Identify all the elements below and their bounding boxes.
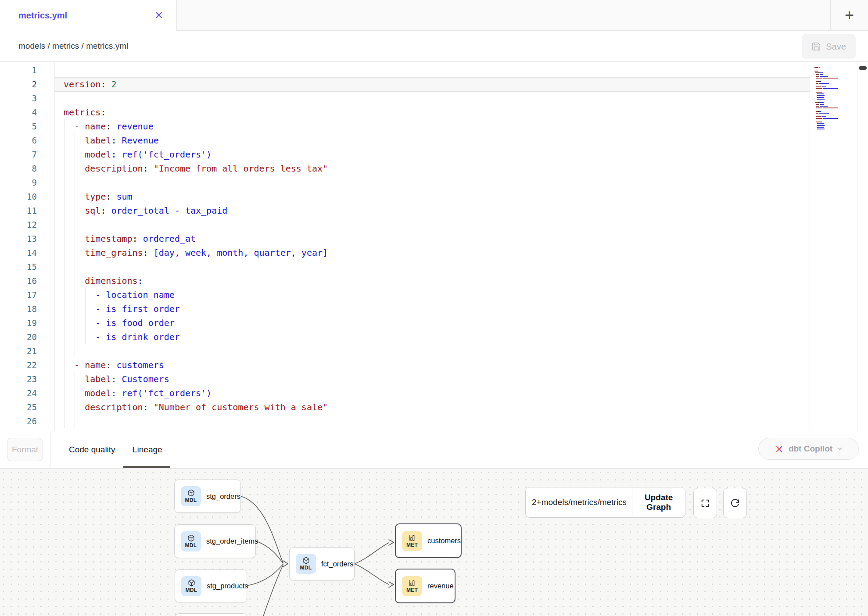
indent-guide	[64, 133, 65, 147]
indent-guide	[75, 414, 75, 428]
code-line[interactable]	[0, 218, 810, 232]
code-lines[interactable]: version: 2metrics: - name: revenue label…	[0, 63, 810, 428]
dbt-copilot-label: dbt Copilot	[789, 444, 832, 454]
tab-bar: metrics.yml ✕ +	[0, 0, 868, 31]
indent-guide	[75, 218, 75, 232]
badge-label: MDL	[300, 565, 312, 571]
lineage-node-stg-orders[interactable]: MDL stg_orders	[174, 480, 241, 513]
chevron-down-icon	[837, 446, 843, 452]
new-tab-button[interactable]: +	[830, 0, 868, 31]
code-line[interactable]: description: "Number of customers with a…	[0, 400, 810, 414]
fullscreen-button[interactable]	[693, 488, 717, 518]
node-label: stg_products	[207, 582, 248, 590]
indent-guide	[75, 288, 75, 302]
code-line[interactable]: metrics:	[0, 105, 810, 119]
indent-guide	[85, 316, 86, 330]
indent-guide	[85, 302, 86, 316]
refresh-icon	[730, 498, 740, 508]
refresh-button[interactable]	[723, 488, 747, 518]
indent-guide	[85, 330, 86, 344]
save-button[interactable]: Save	[802, 34, 856, 59]
model-badge: MDL	[181, 576, 201, 596]
minimap[interactable]	[810, 62, 857, 431]
indent-guide	[75, 330, 75, 344]
model-badge: MDL	[296, 554, 316, 574]
code-line[interactable]: version: 2	[0, 77, 810, 91]
indent-guide	[75, 316, 75, 330]
lineage-node-revenue[interactable]: MET revenue	[395, 569, 456, 603]
tab-lineage[interactable]: Lineage	[133, 431, 162, 468]
model-badge: MDL	[181, 531, 201, 552]
indent-guide	[64, 400, 65, 414]
code-line[interactable]: - is_food_order	[0, 316, 810, 330]
indent-guide	[64, 147, 65, 161]
code-line[interactable]: - location_name	[0, 288, 810, 302]
code-line[interactable]: timestamp: ordered_at	[0, 232, 810, 246]
code-line[interactable]: dimensions:	[0, 274, 810, 288]
dbt-copilot-button[interactable]: dbt Copilot	[758, 438, 859, 460]
indent-guide	[75, 274, 75, 288]
code-line[interactable]: label: Revenue	[0, 133, 810, 147]
indent-guide	[75, 372, 75, 386]
cube-icon	[188, 579, 195, 587]
update-graph-button[interactable]: Update Graph	[632, 487, 685, 517]
cube-icon	[187, 534, 195, 542]
save-label: Save	[826, 42, 846, 52]
badge-label: MDL	[185, 497, 197, 503]
dbt-copilot-icon	[774, 444, 784, 454]
indent-guide	[75, 302, 75, 316]
indent-guide	[64, 386, 65, 400]
indent-guide	[64, 274, 65, 288]
lineage-canvas[interactable]: MDL stg_orders MDL stg_order_items MDL s…	[0, 469, 868, 616]
code-line[interactable]: model: ref('fct_orders')	[0, 386, 810, 400]
code-line[interactable]	[0, 260, 810, 274]
code-line[interactable]: description: "Income from all orders les…	[0, 161, 810, 175]
toolbar-divider	[50, 431, 50, 468]
close-icon[interactable]: ✕	[154, 10, 163, 21]
indent-guide	[64, 119, 65, 133]
lineage-node-stg-products[interactable]: MDL stg_products	[175, 569, 247, 602]
indent-guide	[75, 246, 75, 260]
node-label: revenue	[427, 582, 454, 590]
indent-guide	[64, 218, 65, 232]
indent-guide	[75, 400, 75, 414]
indent-guide	[75, 190, 75, 204]
code-line[interactable]	[0, 63, 810, 77]
indent-guide	[75, 232, 75, 246]
indent-guide	[64, 232, 65, 246]
scrollbar-thumb[interactable]	[859, 66, 867, 70]
code-line[interactable]: - is_first_order	[0, 302, 810, 316]
code-line[interactable]: type: sum	[0, 190, 810, 204]
code-line[interactable]: label: Customers	[0, 372, 810, 386]
tab-metrics-yml[interactable]: metrics.yml ✕	[0, 0, 176, 31]
code-line[interactable]: model: ref('fct_orders')	[0, 147, 810, 161]
graph-selector-input[interactable]	[526, 487, 632, 517]
indent-guide	[75, 133, 75, 147]
code-line[interactable]: - is_drink_order	[0, 330, 810, 344]
breadcrumb: models / metrics / metrics.yml	[18, 31, 128, 61]
badge-label: MDL	[185, 542, 197, 548]
lineage-node-fct-orders[interactable]: MDL fct_orders	[289, 547, 355, 580]
code-line[interactable]	[0, 91, 810, 105]
lineage-node-stg-order-items[interactable]: MDL stg_order_items	[174, 524, 256, 558]
code-line[interactable]	[0, 175, 810, 190]
indent-guide	[75, 204, 75, 218]
editor-scrollbar[interactable]	[857, 62, 868, 431]
tab-code-quality[interactable]: Code quality	[69, 431, 115, 468]
code-line[interactable]: time_grains: [day, week, month, quarter,…	[0, 246, 810, 260]
lineage-node-partial[interactable]	[175, 613, 247, 616]
format-button[interactable]: Format	[7, 438, 43, 461]
lineage-node-customers[interactable]: MET customers	[395, 523, 462, 558]
metric-badge: MET	[402, 531, 422, 551]
code-line[interactable]	[0, 414, 810, 428]
code-editor[interactable]: 1234567891011121314151617181920212223242…	[0, 61, 868, 431]
code-line[interactable]: sql: order_total - tax_paid	[0, 204, 810, 218]
fullscreen-icon	[700, 498, 710, 508]
code-line[interactable]: - name: revenue	[0, 119, 810, 133]
plus-icon: +	[845, 6, 854, 25]
code-line[interactable]: - name: customers	[0, 358, 810, 372]
indent-guide	[64, 344, 65, 358]
code-line[interactable]	[0, 344, 810, 358]
graph-filter-group: Update Graph	[525, 487, 685, 518]
tab-bar-empty-area	[176, 0, 830, 31]
